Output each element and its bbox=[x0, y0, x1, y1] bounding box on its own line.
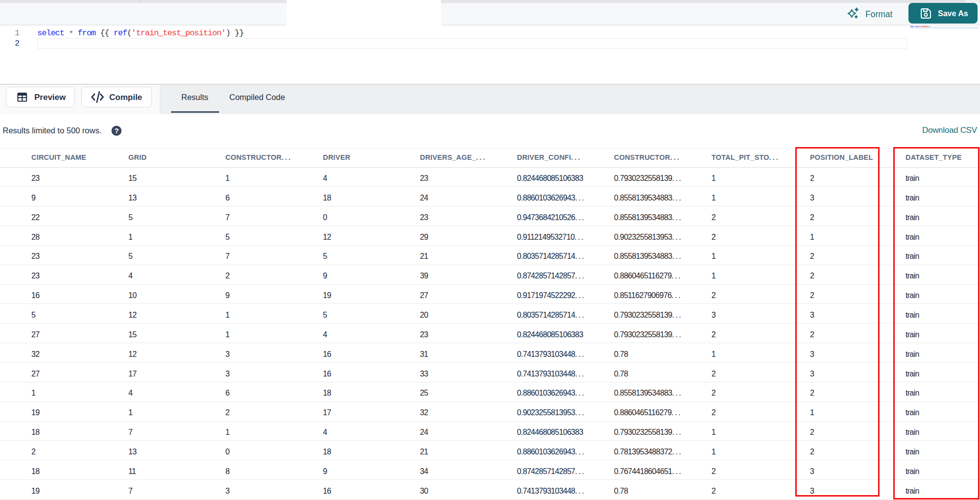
svg-text:?: ? bbox=[114, 126, 119, 135]
